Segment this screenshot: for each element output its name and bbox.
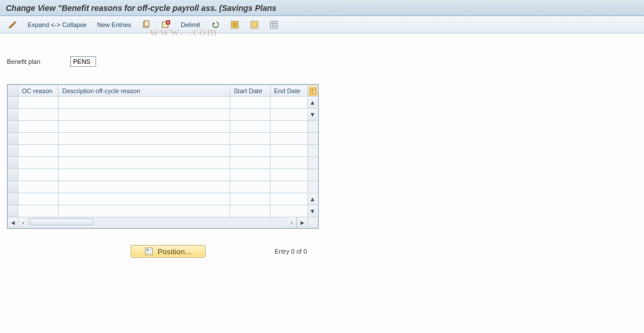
cell[interactable] (230, 157, 270, 169)
table-row: ▲ (8, 193, 318, 205)
benefit-plan-input[interactable] (70, 56, 96, 67)
cell[interactable] (18, 133, 59, 145)
undo-button[interactable] (207, 18, 223, 31)
row-selector[interactable] (8, 181, 18, 193)
table-settings-icon (269, 20, 279, 29)
new-entries-button[interactable]: New Entries (94, 18, 135, 31)
cell[interactable] (270, 169, 308, 181)
position-icon (145, 247, 153, 255)
cell[interactable] (270, 193, 308, 205)
vscroll-track[interactable] (308, 169, 317, 181)
cell[interactable] (59, 169, 230, 181)
cell[interactable] (230, 109, 270, 121)
cell[interactable] (59, 145, 230, 157)
copy-icon (142, 20, 151, 29)
svg-rect-16 (146, 248, 153, 255)
col-oc-reason[interactable]: OC reason (18, 85, 59, 97)
cell[interactable] (230, 121, 270, 133)
cell[interactable] (59, 157, 230, 169)
table-settings-button[interactable] (266, 18, 282, 31)
delimit-button[interactable]: Delimit (177, 18, 204, 31)
position-button[interactable]: Position... (131, 245, 205, 258)
cell[interactable] (230, 169, 270, 181)
vscroll-up-button[interactable]: ▲ (308, 97, 317, 108)
cell[interactable] (59, 97, 230, 109)
deselect-all-button[interactable] (246, 18, 262, 31)
cell[interactable] (18, 109, 59, 121)
col-description[interactable]: Description off-cycle reason (59, 85, 230, 97)
select-all-button[interactable] (227, 18, 243, 31)
cell[interactable] (18, 181, 59, 193)
row-selector[interactable] (8, 121, 18, 133)
cell[interactable] (270, 97, 308, 109)
horizontal-scrollbar[interactable]: ◄ ‹ › ► (8, 217, 307, 228)
cell[interactable] (59, 181, 230, 193)
cell[interactable] (270, 145, 308, 157)
delete-button[interactable] (158, 18, 174, 31)
row-selector[interactable] (8, 97, 18, 109)
delete-icon (161, 20, 170, 29)
vscroll-down2-button[interactable]: ▼ (308, 205, 317, 217)
hscroll-left2-button[interactable]: ‹ (18, 217, 29, 228)
hscroll-row: ◄ ‹ › ► (8, 217, 318, 228)
cell[interactable] (270, 205, 308, 217)
cell[interactable] (230, 97, 270, 109)
cell[interactable] (18, 157, 59, 169)
cell[interactable] (59, 205, 230, 217)
cell[interactable] (18, 121, 59, 133)
cell[interactable] (270, 121, 308, 133)
row-selector[interactable] (8, 169, 18, 181)
vscroll-track[interactable] (308, 181, 317, 193)
vscroll-track[interactable] (308, 145, 317, 156)
hscroll-left-button[interactable]: ◄ (8, 217, 18, 228)
svg-rect-17 (147, 249, 148, 251)
vscroll-track[interactable] (308, 121, 317, 132)
cell[interactable] (230, 193, 270, 205)
table-config-corner[interactable] (308, 85, 318, 97)
select-all-rows[interactable] (8, 85, 18, 97)
row-selector[interactable] (8, 193, 18, 205)
toggle-display-change-button[interactable] (5, 18, 21, 31)
vscroll-down-button[interactable]: ▼ (308, 109, 317, 120)
hscroll-thumb[interactable] (30, 219, 93, 225)
cell[interactable] (18, 205, 59, 217)
row-selector[interactable] (8, 157, 18, 169)
cell[interactable] (59, 133, 230, 145)
cell[interactable] (270, 181, 308, 193)
row-selector[interactable] (8, 205, 18, 217)
cell[interactable] (230, 133, 270, 145)
undo-icon (211, 20, 220, 29)
hscroll-track[interactable] (29, 217, 287, 228)
entry-count-text: Entry 0 of 0 (275, 248, 307, 255)
expand-collapse-button[interactable]: Expand <-> Collapse (24, 18, 90, 31)
col-start-date[interactable]: Start Date (230, 85, 270, 97)
cell[interactable] (270, 157, 308, 169)
cell[interactable] (230, 145, 270, 157)
hscroll-right-button[interactable]: ► (297, 217, 307, 228)
pencil-glasses-icon (8, 20, 17, 29)
position-label: Position... (158, 247, 192, 256)
cell[interactable] (230, 205, 270, 217)
new-entries-label: New Entries (97, 21, 131, 28)
cell[interactable] (18, 97, 59, 109)
cell[interactable] (59, 193, 230, 205)
cell[interactable] (18, 193, 59, 205)
footer-row: Position... Entry 0 of 0 (131, 245, 637, 258)
cell[interactable] (18, 169, 59, 181)
deselect-all-icon (250, 20, 259, 29)
copy-button[interactable] (138, 18, 154, 31)
vscroll-track[interactable] (308, 133, 317, 144)
cell[interactable] (59, 121, 230, 133)
vscroll-up2-button[interactable]: ▲ (308, 193, 317, 205)
col-end-date[interactable]: End Date (270, 85, 308, 97)
hscroll-right2-button[interactable]: › (287, 217, 297, 228)
row-selector[interactable] (8, 145, 18, 157)
vscroll-track[interactable] (308, 157, 317, 169)
cell[interactable] (230, 181, 270, 193)
row-selector[interactable] (8, 109, 18, 121)
row-selector[interactable] (8, 133, 18, 145)
cell[interactable] (18, 145, 59, 157)
cell[interactable] (59, 109, 230, 121)
cell[interactable] (270, 109, 308, 121)
cell[interactable] (270, 133, 308, 145)
